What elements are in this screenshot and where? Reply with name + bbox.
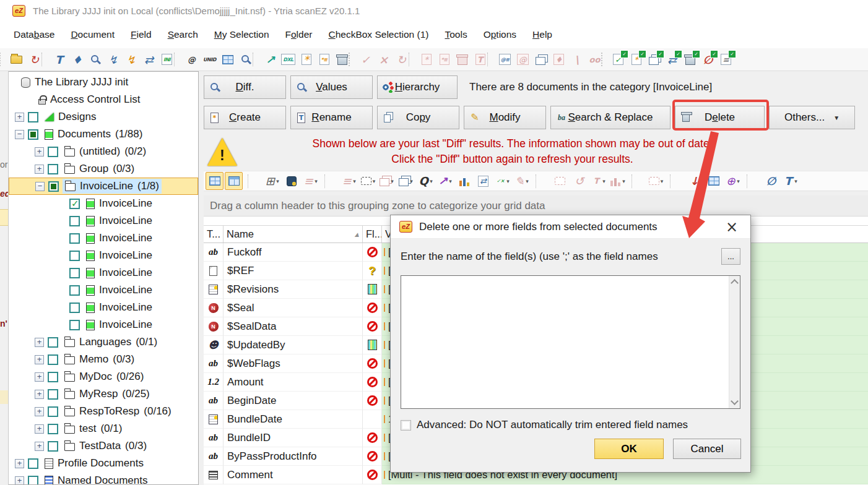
create-document-icon[interactable]: *: [298, 51, 315, 68]
tree-checkbox[interactable]: [69, 320, 80, 330]
exclude-selection-icon[interactable]: ∅: [700, 51, 716, 68]
tree-item[interactable]: The Library JJJJ init: [9, 74, 198, 91]
tree-item[interactable]: + TestData (0/3): [9, 437, 198, 455]
export-document-icon[interactable]: ↗: [262, 51, 279, 68]
paste-grid-icon[interactable]: [397, 172, 415, 190]
new-response-icon[interactable]: *≡: [436, 51, 453, 68]
column-width-icon[interactable]: T: [781, 172, 799, 190]
values-list-icon[interactable]: @≡: [497, 51, 513, 68]
tree-item[interactable]: + Memo (0/3): [9, 351, 198, 368]
tree-item[interactable]: + Group (0/3): [9, 160, 198, 178]
create-from-selection-icon[interactable]: *: [628, 51, 644, 68]
tree-checkbox[interactable]: [28, 476, 38, 485]
tree-expander-icon[interactable]: +: [35, 407, 44, 416]
tree-expander-icon[interactable]: +: [35, 355, 44, 364]
view-button[interactable]: Values: [290, 75, 373, 99]
read-only-icon[interactable]: ∅: [762, 172, 780, 190]
tree-expander-icon[interactable]: +: [35, 147, 44, 157]
column-header-flag[interactable]: Fl...: [363, 226, 382, 242]
ini-settings-icon[interactable]: INI: [158, 51, 175, 68]
retitle-icon[interactable]: T: [472, 51, 488, 68]
sort-columns-icon[interactable]: [609, 172, 627, 190]
column-header-type[interactable]: T...: [204, 226, 224, 242]
tree-expander-icon[interactable]: +: [35, 165, 44, 174]
menu-item[interactable]: Help: [532, 29, 552, 40]
linked-documents-icon[interactable]: [532, 51, 549, 68]
menu-item[interactable]: CheckBox Selection (1): [328, 29, 428, 40]
tree-item[interactable]: InvoiceLine: [9, 281, 198, 299]
columns-manager-icon[interactable]: ≡: [302, 172, 319, 190]
tree-checkbox[interactable]: [69, 251, 80, 261]
reload-icon[interactable]: ↻: [393, 51, 410, 68]
tree-item[interactable]: − InvoiceLine (1/8): [9, 178, 198, 195]
export-grid-icon[interactable]: ↗: [436, 172, 454, 190]
tree-item[interactable]: + Designs: [9, 108, 198, 126]
dialog-close-icon[interactable]: ×: [722, 220, 742, 234]
sync-table-icon[interactable]: ⇄: [474, 172, 492, 190]
checkbox-selection-icon[interactable]: ✓: [610, 51, 627, 68]
tree-expander-icon[interactable]: +: [35, 442, 44, 451]
tree-expander-icon[interactable]: −: [15, 130, 24, 139]
tree-checkbox[interactable]: [69, 233, 80, 244]
delete-selection-icon[interactable]: [682, 51, 698, 68]
tree-item[interactable]: + Named Documents: [9, 472, 198, 485]
menu-item[interactable]: Field: [131, 29, 152, 40]
tree-item[interactable]: InvoiceLine: [9, 299, 198, 316]
apply-icon[interactable]: ✓: [357, 51, 374, 68]
field-names-textarea[interactable]: [401, 275, 740, 409]
tree-item[interactable]: InvoiceLine: [9, 212, 198, 230]
tree-expander-icon[interactable]: +: [15, 113, 24, 122]
document-navigator-icon[interactable]: ♦: [550, 51, 567, 68]
search-window-icon[interactable]: [237, 51, 254, 68]
merge-selection-icon[interactable]: ⇄: [664, 51, 680, 68]
tree-expander-icon[interactable]: +: [15, 476, 24, 485]
check-uncheck-icon[interactable]: ✓×: [493, 172, 511, 190]
tree-checkbox[interactable]: [48, 147, 58, 157]
view-flat-icon[interactable]: [206, 172, 224, 190]
column-header-name[interactable]: Name▲: [224, 226, 363, 242]
search-mail-icon[interactable]: @: [183, 51, 200, 68]
menu-item[interactable]: Tools: [445, 29, 467, 40]
freeze-rows-icon[interactable]: [551, 172, 569, 190]
scroll-up-icon[interactable]: [731, 279, 739, 287]
tree-item[interactable]: − Documents (1/88): [9, 126, 198, 143]
export-dxl-icon[interactable]: DXL: [280, 51, 297, 68]
edit-values-icon[interactable]: ✎: [513, 172, 531, 190]
tree-checkbox[interactable]: [69, 285, 80, 296]
tree-expander-icon[interactable]: +: [35, 338, 44, 347]
grouping-panel-icon[interactable]: ⊞: [263, 172, 281, 190]
tree-checkbox[interactable]: [48, 181, 59, 192]
action-button[interactable]: *Create: [204, 106, 286, 129]
purge-icon[interactable]: \: [568, 51, 585, 68]
copy-database-icon[interactable]: ⇄: [141, 51, 157, 68]
navigator-icon[interactable]: ♦: [69, 51, 85, 68]
advanced-checkbox[interactable]: [401, 420, 411, 431]
action-button[interactable]: ✎Modify: [464, 106, 546, 129]
tree-checkbox[interactable]: [28, 458, 38, 469]
selection-box-icon[interactable]: [359, 172, 377, 190]
tree-checkbox[interactable]: [48, 164, 58, 174]
tree-checkbox[interactable]: [69, 303, 80, 313]
tree-expander-icon[interactable]: +: [35, 390, 44, 399]
tree-checkbox[interactable]: [28, 129, 38, 140]
tree-item[interactable]: + (untitled) (0/2): [9, 143, 198, 160]
tree-checkbox[interactable]: [48, 406, 58, 417]
tree-expander-icon[interactable]: +: [35, 372, 44, 382]
action-button[interactable]: baSearch & Replace: [550, 106, 671, 129]
tree-checkbox[interactable]: [48, 372, 58, 382]
tree-item[interactable]: InvoiceLine: [9, 230, 198, 247]
tree-checkbox[interactable]: [48, 337, 58, 348]
restore-rows-icon[interactable]: ↺: [570, 172, 588, 190]
audit-icon[interactable]: [87, 51, 103, 68]
menu-item[interactable]: Database: [14, 29, 54, 40]
cancel-button[interactable]: Cancel: [673, 439, 741, 459]
scroll-down-icon[interactable]: [731, 397, 739, 405]
table-window-icon[interactable]: [705, 172, 723, 190]
document-mail-icon[interactable]: @: [514, 51, 531, 68]
action-button[interactable]: TRename: [290, 106, 373, 129]
tree-checkbox[interactable]: [69, 268, 80, 278]
tree-expander-icon[interactable]: +: [35, 424, 44, 434]
menu-item[interactable]: Document: [71, 29, 115, 40]
action-button[interactable]: Others...▼: [769, 106, 855, 129]
menu-item[interactable]: My Selection: [214, 29, 269, 40]
